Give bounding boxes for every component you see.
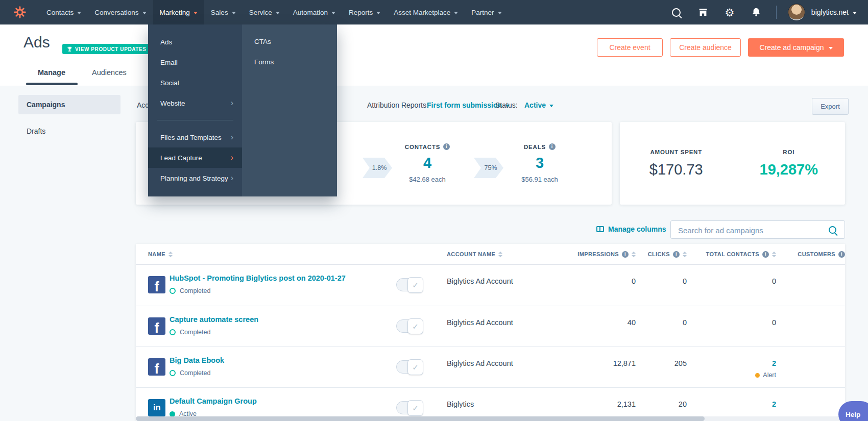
view-product-updates-badge[interactable]: VIEW PRODUCT UPDATES bbox=[62, 44, 151, 54]
total-contacts-link[interactable]: 2 bbox=[772, 359, 776, 367]
scrollbar-thumb[interactable] bbox=[136, 416, 705, 421]
table-row: Capture automate screen Completed Biglyt… bbox=[136, 306, 845, 346]
total-contacts-cell: 0 bbox=[687, 265, 776, 306]
chevron-down-icon bbox=[331, 12, 335, 14]
menu-item-lead-capture[interactable]: Lead Capture bbox=[148, 147, 242, 168]
status-dropdown[interactable]: Active bbox=[524, 101, 553, 109]
chevron-right-icon bbox=[231, 154, 233, 162]
nav-reports[interactable]: Reports bbox=[342, 0, 387, 24]
search-icon[interactable] bbox=[671, 7, 682, 18]
campaign-link[interactable]: Capture automate screen bbox=[170, 315, 258, 324]
campaign-name-cell: Big Data Ebook Completed bbox=[136, 347, 447, 387]
hubspot-logo-icon[interactable] bbox=[13, 6, 27, 19]
clicks-cell: 0 bbox=[636, 306, 687, 346]
nav-service[interactable]: Service bbox=[243, 0, 286, 24]
campaign-link[interactable]: Big Data Ebook bbox=[170, 356, 224, 364]
create-ad-campaign-button[interactable]: Create ad campaign bbox=[748, 38, 844, 57]
nav-marketing[interactable]: Marketing bbox=[153, 0, 204, 24]
impressions-cell: 12,871 bbox=[569, 347, 636, 387]
info-icon[interactable] bbox=[838, 251, 845, 258]
tab-audiences[interactable]: Audiences bbox=[92, 68, 127, 77]
menu-item-social[interactable]: Social bbox=[148, 72, 242, 93]
info-icon[interactable] bbox=[549, 143, 556, 150]
clicks-cell: 205 bbox=[636, 347, 687, 387]
chevron-down-icon bbox=[853, 12, 857, 14]
column-header-total-contacts[interactable]: TOTAL CONTACTS bbox=[687, 251, 776, 258]
sidebar-item-campaigns[interactable]: Campaigns bbox=[18, 95, 120, 114]
column-header-impressions[interactable]: IMPRESSIONS bbox=[569, 251, 636, 258]
manage-columns-button[interactable]: Manage columns bbox=[596, 225, 666, 233]
nav-asset-marketplace[interactable]: Asset Marketplace bbox=[387, 0, 465, 24]
chevron-down-icon bbox=[142, 12, 147, 14]
create-event-button[interactable]: Create event bbox=[597, 38, 663, 57]
campaign-status: Completed bbox=[170, 329, 210, 336]
impressions-cell: 40 bbox=[569, 306, 636, 346]
info-icon[interactable] bbox=[673, 251, 680, 258]
toggle-check-icon bbox=[407, 400, 423, 416]
help-button[interactable]: Help bbox=[838, 401, 868, 421]
chevron-right-icon bbox=[231, 99, 233, 107]
menu-item-planning-and-strategy[interactable]: Planning and Strategy bbox=[148, 168, 242, 188]
marketing-menu-panel: Ads Email Social Website Files and Templ… bbox=[148, 24, 242, 196]
user-avatar[interactable] bbox=[788, 4, 805, 21]
campaign-link[interactable]: HubSpot - Promoting Biglytics post on 20… bbox=[170, 274, 346, 282]
tab-manage[interactable]: Manage bbox=[38, 68, 65, 77]
total-contacts-link[interactable]: 2 bbox=[772, 400, 776, 408]
campaign-toggle[interactable] bbox=[396, 401, 423, 414]
alert-dot-icon bbox=[755, 373, 760, 378]
campaign-toggle[interactable] bbox=[396, 278, 423, 291]
column-header-customers[interactable]: CUSTOMERS bbox=[776, 251, 845, 258]
account-menu[interactable]: biglytics.net bbox=[811, 8, 857, 16]
info-icon[interactable] bbox=[622, 251, 629, 258]
nav-sales[interactable]: Sales bbox=[204, 0, 243, 24]
sidebar-item-drafts[interactable]: Drafts bbox=[18, 121, 120, 141]
campaign-name-cell: Capture automate screen Completed bbox=[136, 306, 447, 346]
horizontal-scrollbar bbox=[136, 416, 845, 421]
campaign-link[interactable]: Default Campaign Group bbox=[170, 397, 257, 405]
campaign-toggle[interactable] bbox=[396, 319, 423, 333]
chevron-down-icon bbox=[77, 12, 81, 14]
campaign-toggle[interactable] bbox=[396, 360, 423, 374]
chevron-down-icon bbox=[454, 12, 458, 14]
completed-status-icon bbox=[170, 288, 176, 294]
settings-gear-icon[interactable] bbox=[724, 7, 735, 18]
column-header-name[interactable]: NAME bbox=[136, 251, 447, 257]
marketplace-icon[interactable] bbox=[697, 7, 709, 18]
menu-item-email[interactable]: Email bbox=[148, 52, 242, 72]
info-icon[interactable] bbox=[443, 143, 450, 150]
menu-item-ctas[interactable]: CTAs bbox=[242, 31, 337, 52]
completed-status-icon bbox=[170, 370, 176, 376]
facebook-icon bbox=[148, 317, 165, 335]
column-header-clicks[interactable]: CLICKS bbox=[636, 251, 687, 258]
nav-partner[interactable]: Partner bbox=[465, 0, 508, 24]
sort-icon bbox=[498, 252, 502, 257]
column-header-account[interactable]: ACCOUNT NAME bbox=[447, 251, 569, 257]
nav-automation[interactable]: Automation bbox=[286, 0, 342, 24]
export-button[interactable]: Export bbox=[812, 98, 849, 115]
menu-item-ads[interactable]: Ads bbox=[148, 32, 242, 52]
nav-contacts[interactable]: Contacts bbox=[40, 0, 88, 24]
create-audience-button[interactable]: Create audience bbox=[670, 38, 741, 57]
spend-roi-card: AMOUNT SPENT $170.73 ROI 19,287% bbox=[620, 122, 845, 205]
customers-cell bbox=[776, 347, 845, 387]
nav-conversations[interactable]: Conversations bbox=[88, 0, 153, 24]
menu-item-website[interactable]: Website bbox=[148, 93, 242, 113]
active-tab-underline bbox=[26, 83, 78, 85]
customers-cell bbox=[776, 265, 845, 306]
search-input[interactable] bbox=[677, 221, 827, 239]
toggle-check-icon bbox=[407, 359, 423, 375]
contacts-value: 4 bbox=[387, 155, 468, 171]
menu-item-forms[interactable]: Forms bbox=[242, 52, 337, 72]
toggle-check-icon bbox=[407, 277, 423, 293]
info-icon[interactable] bbox=[762, 251, 769, 258]
facebook-icon bbox=[148, 276, 165, 293]
menu-item-files-and-templates[interactable]: Files and Templates bbox=[148, 127, 242, 147]
sort-icon bbox=[168, 252, 173, 257]
campaign-name-cell: HubSpot - Promoting Biglytics post on 20… bbox=[136, 265, 447, 306]
notifications-bell-icon[interactable] bbox=[751, 7, 762, 18]
search-icon[interactable] bbox=[829, 226, 836, 234]
trophy-icon bbox=[67, 46, 73, 52]
amount-spent-stat: AMOUNT SPENT $170.73 bbox=[620, 122, 733, 205]
sort-icon bbox=[632, 252, 636, 257]
nav-divider bbox=[776, 6, 777, 19]
